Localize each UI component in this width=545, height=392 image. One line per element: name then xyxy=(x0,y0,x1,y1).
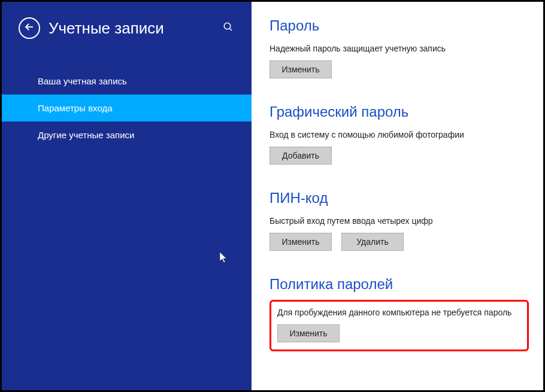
remove-pin-button[interactable]: Удалить xyxy=(341,233,404,251)
svg-point-1 xyxy=(224,23,231,29)
nav-item-label: Ваша учетная запись xyxy=(38,76,127,86)
section-password-policy: Политика паролей Для пробуждения данного… xyxy=(270,276,529,351)
nav-item-your-account[interactable]: Ваша учетная запись xyxy=(2,68,252,95)
section-desc: Вход в систему с помощью любимой фотогра… xyxy=(270,130,529,139)
nav-item-label: Параметры входа xyxy=(38,103,113,113)
section-picture-password: Графический пароль Вход в систему с помо… xyxy=(270,104,529,165)
search-icon xyxy=(223,24,234,34)
section-title: ПИН-код xyxy=(270,190,529,206)
add-picture-password-button[interactable]: Добавить xyxy=(270,147,332,165)
sidebar: Учетные записи Ваша учетная запись Парам… xyxy=(2,2,252,390)
arrow-left-icon xyxy=(24,22,35,35)
sidebar-header: Учетные записи xyxy=(2,13,252,51)
section-pin: ПИН-код Быстрый вход путем ввода четырех… xyxy=(270,190,529,251)
change-password-policy-button[interactable]: Изменить xyxy=(277,324,340,342)
change-pin-button[interactable]: Изменить xyxy=(270,233,332,251)
section-title: Пароль xyxy=(270,17,529,34)
nav-list: Ваша учетная запись Параметры входа Друг… xyxy=(2,68,252,148)
svg-line-2 xyxy=(229,28,232,31)
nav-item-signin-options[interactable]: Параметры входа xyxy=(2,95,252,121)
page-title: Учетные записи xyxy=(49,19,223,38)
section-title: Политика паролей xyxy=(270,276,529,293)
section-desc: Быстрый вход путем ввода четырех цифр xyxy=(270,216,529,226)
content-panel: Пароль Надежный пароль защищает учетную … xyxy=(252,2,543,390)
highlighted-policy-box: Для пробуждения данного компьютера не тр… xyxy=(270,300,529,351)
back-button[interactable] xyxy=(19,17,40,39)
section-desc: Для пробуждения данного компьютера не тр… xyxy=(277,308,521,317)
cursor-icon xyxy=(220,252,229,266)
search-button[interactable] xyxy=(223,22,234,35)
nav-item-label: Другие учетные записи xyxy=(38,130,134,140)
nav-item-other-accounts[interactable]: Другие учетные записи xyxy=(2,121,252,148)
section-desc: Надежный пароль защищает учетную запись xyxy=(270,44,529,53)
section-title: Графический пароль xyxy=(270,104,529,120)
change-password-button[interactable]: Изменить xyxy=(270,60,332,78)
section-password: Пароль Надежный пароль защищает учетную … xyxy=(270,17,529,78)
